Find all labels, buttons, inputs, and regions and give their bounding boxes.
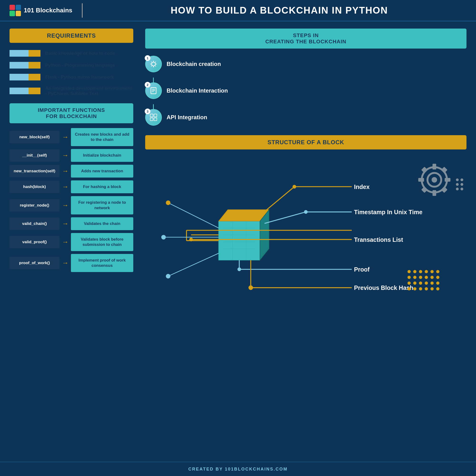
logo-sq-yellow — [16, 11, 21, 16]
svg-line-43 — [260, 187, 294, 215]
step-circle-1: 1 — [145, 56, 162, 72]
req-bar-blue-1 — [10, 50, 29, 57]
arrow-register: → — [62, 202, 68, 209]
svg-point-60 — [238, 268, 241, 271]
func-row-new-transaction: new_transaction(self) → Adds new transac… — [10, 165, 133, 178]
svg-rect-21 — [418, 178, 424, 182]
arrow-init: → — [62, 152, 68, 159]
footer: CREATED BY 101BLOCKCHAINS.COM — [0, 462, 476, 476]
func-row-new-block: new_block(self) → Creates new blocks and… — [10, 128, 133, 146]
svg-text:Transactions List: Transactions List — [354, 236, 403, 243]
svg-line-5 — [151, 62, 152, 63]
req-bar-blue-3 — [10, 74, 29, 81]
svg-line-70 — [168, 253, 219, 276]
svg-line-7 — [155, 62, 156, 63]
svg-line-6 — [155, 66, 156, 67]
svg-text:Previous Block Hash: Previous Block Hash — [354, 284, 413, 291]
func-row-init: __init__(self) → Initialize blockchain — [10, 149, 133, 162]
func-desc-proof-of-work: Implement proof of work consensus — [71, 254, 133, 272]
func-name-valid-chain: valid_chain() — [10, 218, 60, 230]
svg-point-30 — [456, 183, 459, 186]
svg-rect-20 — [432, 190, 436, 196]
functions-title-line2: FOR BLOCKCHAIN — [46, 113, 97, 119]
right-column: STEPS IN CREATING THE BLOCKCHAIN 1 — [133, 29, 466, 455]
svg-point-90 — [408, 287, 411, 290]
svg-point-45 — [292, 185, 296, 188]
svg-text:Timestamp In Unix Time: Timestamp In Unix Time — [354, 209, 423, 215]
svg-point-32 — [456, 187, 459, 190]
svg-line-47 — [264, 212, 306, 223]
functions-section: IMPORTANT FUNCTIONS FOR BLOCKCHAIN new_b… — [10, 103, 133, 272]
func-row-valid-chain: valid_chain() → Validates the chain — [10, 217, 133, 230]
svg-point-85 — [413, 282, 416, 285]
svg-rect-15 — [150, 118, 153, 121]
structure-header: STRUCTURE OF A BLOCK — [145, 135, 466, 150]
func-desc-new-transaction: Adds new transaction — [71, 165, 133, 178]
req-bar-blue-2 — [10, 62, 29, 68]
req-bar-2 — [10, 62, 40, 68]
main-content: REQUIREMENTS Basic knowledge of how to c… — [0, 21, 476, 462]
svg-point-93 — [425, 287, 428, 290]
svg-rect-24 — [441, 167, 447, 173]
func-row-proof-of-work: proof_of_work() → Implement proof of wor… — [10, 254, 133, 272]
req-bar-1 — [10, 50, 40, 57]
func-row-register: register_node() → For registering a node… — [10, 196, 133, 214]
req-bar-gold-3 — [29, 74, 40, 81]
step-connector-2 — [153, 104, 154, 109]
svg-point-33 — [460, 187, 463, 190]
svg-point-81 — [425, 276, 428, 279]
page-title: HOW TO BUILD A BLOCKCHAIN IN PYTHON — [92, 5, 466, 16]
func-row-hash: hash(block) → For hashing a block — [10, 180, 133, 193]
step-number-2: 2 — [145, 82, 151, 87]
svg-point-95 — [436, 287, 440, 290]
func-desc-init: Initialize blockchain — [71, 149, 133, 162]
svg-point-27 — [431, 177, 437, 183]
func-name-proof-of-work: proof_of_work() — [10, 257, 60, 269]
steps-title-line1: STEPS IN — [293, 32, 319, 38]
svg-point-88 — [430, 282, 434, 285]
svg-text:Index: Index — [354, 184, 370, 190]
func-name-new-transaction: new_transaction(self) — [10, 165, 60, 177]
func-row-valid-proof: valid_proof() → Validates block before s… — [10, 233, 133, 251]
svg-point-82 — [430, 276, 434, 279]
steps-title-line2: CREATING THE BLOCKCHAIN — [265, 38, 346, 45]
svg-point-91 — [413, 287, 416, 290]
functions-header: IMPORTANT FUNCTIONS FOR BLOCKCHAIN — [10, 103, 133, 123]
svg-point-67 — [166, 200, 170, 205]
svg-rect-25 — [421, 186, 428, 193]
svg-point-89 — [436, 282, 440, 285]
func-name-register: register_node() — [10, 199, 60, 212]
svg-point-31 — [460, 183, 463, 186]
svg-point-75 — [425, 270, 428, 273]
svg-rect-16 — [154, 118, 157, 121]
func-desc-new-block: Creates new blocks and add to the chain — [71, 128, 133, 146]
func-desc-valid-proof: Validates block before submission to cha… — [71, 233, 133, 251]
logo-text: 101 Blockchains — [24, 7, 72, 14]
step-number-1: 1 — [145, 55, 151, 61]
svg-point-94 — [430, 287, 434, 290]
step-icon-3 — [149, 113, 158, 122]
svg-rect-19 — [432, 164, 436, 170]
logo-sq-blue — [16, 5, 21, 10]
logo-icon — [10, 5, 21, 16]
svg-rect-13 — [150, 114, 153, 117]
func-desc-register: For registering a node to network — [71, 196, 133, 214]
svg-line-66 — [168, 203, 219, 228]
svg-rect-23 — [421, 167, 428, 173]
step-label-1: Blockchain creation — [167, 61, 221, 67]
svg-line-8 — [151, 66, 152, 67]
step-icon-2 — [149, 86, 158, 95]
req-text-1: Basic knowledge of how to code — [45, 51, 115, 56]
svg-point-77 — [436, 270, 440, 273]
svg-point-69 — [161, 235, 166, 239]
svg-point-29 — [460, 178, 463, 181]
header: 101 Blockchains HOW TO BUILD A BLOCKCHAI… — [0, 0, 476, 21]
func-name-valid-proof: valid_proof() — [10, 236, 60, 248]
svg-rect-14 — [154, 114, 157, 117]
svg-point-64 — [249, 285, 253, 290]
svg-rect-26 — [441, 186, 447, 193]
svg-point-71 — [166, 274, 170, 278]
req-text-3: Flask - Python micro framework — [45, 74, 114, 80]
arrow-new-block: → — [62, 133, 68, 141]
req-item-3: Flask - Python micro framework — [10, 74, 133, 81]
